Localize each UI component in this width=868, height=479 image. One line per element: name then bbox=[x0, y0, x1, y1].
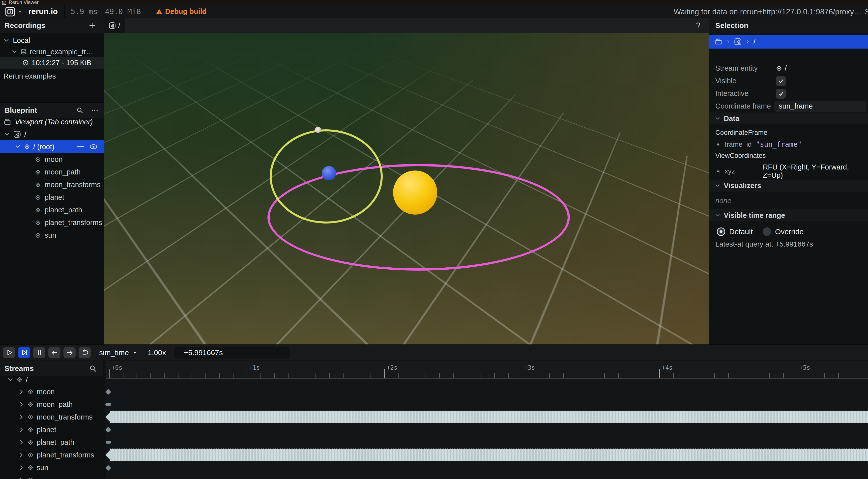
radio-override[interactable] bbox=[763, 227, 771, 236]
chevron-right-icon[interactable] bbox=[18, 427, 24, 433]
viewcoordinates-heading: ViewCoordinates bbox=[715, 152, 766, 160]
major-tick bbox=[659, 369, 660, 378]
planet-sphere[interactable] bbox=[322, 166, 336, 181]
chevron-down-icon[interactable] bbox=[7, 377, 13, 383]
chevron-down-icon[interactable] bbox=[11, 49, 17, 55]
playback-speed[interactable]: 1.00x bbox=[148, 348, 166, 357]
chevron-down-icon[interactable] bbox=[4, 131, 10, 137]
recordings-group-local[interactable]: Local bbox=[3, 35, 30, 46]
tab-spatial-view[interactable]: / bbox=[104, 18, 125, 33]
tab-container-icon bbox=[715, 38, 722, 45]
follow-icon bbox=[21, 349, 28, 356]
3d-scene[interactable] bbox=[104, 33, 709, 345]
streams-root-row[interactable]: / bbox=[7, 374, 28, 386]
chevron-down-icon[interactable] bbox=[3, 37, 9, 43]
recording-dataset[interactable]: rerun_example_tr… bbox=[11, 46, 93, 58]
stream-row-planet-transforms[interactable]: planet_transforms bbox=[18, 449, 94, 461]
arrow-left-icon bbox=[51, 349, 58, 356]
loop-button[interactable] bbox=[79, 347, 91, 358]
time-range-section-header[interactable]: Visible time range bbox=[709, 210, 868, 221]
sun-sphere[interactable] bbox=[393, 170, 437, 215]
chevron-right-icon[interactable] bbox=[18, 402, 24, 407]
entity-icon bbox=[35, 169, 41, 175]
debug-build-badge: Debug build bbox=[156, 7, 207, 15]
caret-down-icon bbox=[132, 350, 137, 355]
breadcrumb[interactable]: / bbox=[709, 35, 868, 49]
play-button[interactable] bbox=[3, 347, 15, 358]
stream-row-partial[interactable] bbox=[18, 474, 34, 479]
add-recording-button[interactable] bbox=[89, 22, 95, 29]
visibility-eye-icon[interactable] bbox=[90, 144, 97, 150]
time-controls-bar: sim_time 1.00x +5.991667s bbox=[0, 345, 868, 361]
timeline-track-area[interactable]: +0s +1s +2s +3s +4s +5s bbox=[104, 361, 868, 479]
entity-icon bbox=[17, 376, 23, 383]
blueprint-item-planet-transforms[interactable]: planet_transforms bbox=[35, 216, 102, 229]
app-menu[interactable]: rerun.io bbox=[0, 5, 64, 18]
stream-row-moon-transforms[interactable]: moon_transforms bbox=[18, 411, 93, 423]
search-icon[interactable] bbox=[76, 107, 83, 114]
blueprint-view-root[interactable]: / bbox=[4, 128, 26, 140]
timeline-dropdown[interactable]: sim_time bbox=[99, 348, 137, 357]
timeline-ruler[interactable]: +0s +1s +2s +3s +4s +5s bbox=[104, 361, 868, 379]
frame-time: 5.9 ms bbox=[71, 7, 97, 16]
moon-sphere[interactable] bbox=[315, 127, 321, 133]
rerun-logo-icon bbox=[2, 1, 6, 5]
data-section-header[interactable]: Data bbox=[709, 113, 868, 124]
recording-item[interactable]: 10:12:27 - 195 KiB bbox=[0, 57, 104, 69]
rerun-examples-section[interactable]: Rerun examples bbox=[3, 70, 56, 82]
database-icon bbox=[20, 49, 27, 55]
blueprint-item-moon[interactable]: moon bbox=[35, 153, 63, 166]
blueprint-item-moon-transforms[interactable]: moon_transforms bbox=[35, 179, 101, 191]
connection-status: Waiting for data on rerun+http://127.0.0… bbox=[674, 7, 862, 17]
chevron-right-icon[interactable] bbox=[18, 389, 24, 395]
blueprint-item-planet-path[interactable]: planet_path bbox=[35, 204, 82, 216]
streams-panel: Streams / moon moon_path moon_transforms… bbox=[0, 361, 104, 479]
recordings-header: Recordings bbox=[0, 18, 104, 33]
xyz-row: xyz RFU (X=Right, Y=Forward, Z=Up) bbox=[715, 163, 868, 180]
more-options-icon[interactable] bbox=[91, 107, 98, 114]
radio-default[interactable] bbox=[717, 227, 725, 236]
chevron-down-icon bbox=[18, 10, 22, 13]
visible-checkbox[interactable] bbox=[776, 76, 786, 86]
step-back-button[interactable] bbox=[48, 347, 60, 358]
blueprint-root-entity-selected[interactable]: / (root) bbox=[0, 140, 104, 153]
check-icon bbox=[778, 91, 783, 96]
blueprint-item-planet[interactable]: planet bbox=[35, 191, 64, 204]
chevron-down-icon[interactable] bbox=[15, 144, 21, 150]
tick-label: +2s bbox=[387, 364, 397, 371]
major-tick bbox=[247, 369, 247, 378]
follow-button[interactable] bbox=[18, 347, 30, 358]
current-time-field[interactable]: +5.991667s bbox=[174, 347, 290, 358]
stream-row-sun[interactable]: sun bbox=[18, 461, 48, 474]
chevron-down-icon bbox=[715, 213, 720, 218]
entity-icon bbox=[27, 388, 34, 395]
blueprint-item-moon-path[interactable]: moon_path bbox=[35, 166, 81, 179]
chevron-right-icon[interactable] bbox=[18, 439, 24, 445]
stream-row-planet[interactable]: planet bbox=[18, 423, 56, 436]
pause-button[interactable] bbox=[33, 347, 45, 358]
breadcrumb-leaf: / bbox=[753, 37, 755, 46]
chevron-right-icon bbox=[745, 39, 750, 44]
blueprint-viewport-row[interactable]: Viewport (Tab container) bbox=[4, 116, 93, 128]
entity-icon bbox=[27, 414, 34, 420]
chevron-right-icon[interactable] bbox=[18, 414, 24, 420]
entity-icon bbox=[776, 65, 782, 72]
brand-label: rerun.io bbox=[28, 7, 58, 16]
chevron-right-icon[interactable] bbox=[18, 452, 24, 458]
stream-row-moon[interactable]: moon bbox=[18, 386, 55, 398]
entity-icon bbox=[35, 182, 41, 188]
help-button[interactable]: ? bbox=[696, 21, 701, 30]
spatial-view-icon bbox=[734, 38, 742, 45]
coordinate-frame-input[interactable]: sun_frame bbox=[774, 101, 867, 112]
chevron-right-icon[interactable] bbox=[18, 465, 24, 471]
perf-metrics: 5.9 ms 49.0 MiB bbox=[71, 7, 141, 16]
search-icon[interactable] bbox=[90, 365, 96, 372]
stream-row-planet-path[interactable]: planet_path bbox=[18, 436, 74, 449]
step-forward-button[interactable] bbox=[63, 347, 75, 358]
blueprint-item-sun[interactable]: sun bbox=[35, 229, 56, 242]
remove-icon[interactable] bbox=[77, 144, 84, 150]
visualizers-section-header[interactable]: Visualizers bbox=[709, 180, 868, 192]
interactive-checkbox[interactable] bbox=[776, 89, 786, 99]
stream-row-moon-path[interactable]: moon_path bbox=[18, 398, 73, 411]
visible-row: Visible bbox=[715, 74, 863, 87]
